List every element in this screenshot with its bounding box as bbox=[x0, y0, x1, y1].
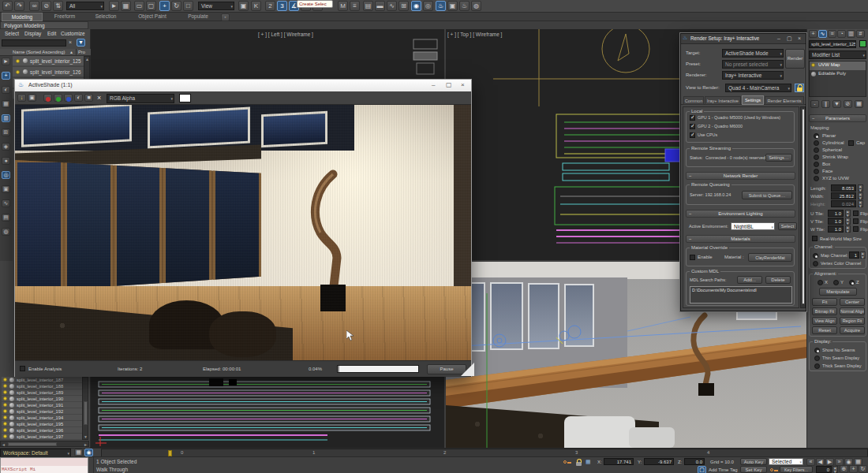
save-image-icon[interactable]: ↓ bbox=[17, 94, 26, 102]
dialog-scrollbar[interactable] bbox=[800, 106, 806, 308]
face-radio[interactable] bbox=[814, 169, 819, 174]
dialog-titlebar[interactable]: ♨ Render Setup: Iray+ Interactive – ▢ × bbox=[681, 34, 806, 44]
go-to-start-icon[interactable]: « bbox=[806, 458, 815, 466]
normal-align-button[interactable]: Normal Align bbox=[840, 307, 865, 315]
list-item[interactable]: split_level_interior_125 bbox=[13, 56, 84, 66]
width-spinner[interactable] bbox=[858, 192, 863, 199]
cap-checkbox[interactable] bbox=[848, 140, 854, 146]
object-color-swatch[interactable] bbox=[859, 40, 866, 47]
strip-dot-icon[interactable]: ● bbox=[2, 157, 10, 165]
tab-common[interactable]: Common bbox=[683, 96, 704, 105]
x-coordinate-field[interactable]: 17.741 bbox=[604, 458, 634, 465]
select-manipulate-icon[interactable]: ▣ bbox=[238, 1, 249, 11]
shrink-wrap-radio[interactable] bbox=[814, 155, 819, 160]
undo-icon[interactable]: ↶ bbox=[2, 1, 13, 11]
maxscript-mini-listener[interactable]: MAXScript Mi bbox=[0, 457, 88, 473]
zoom-icon[interactable]: ⊕ bbox=[840, 465, 848, 473]
center-button[interactable]: Center bbox=[840, 298, 865, 306]
list-item[interactable]: split_level_interior_192 bbox=[2, 408, 82, 415]
snap-2d-icon[interactable]: 2 bbox=[265, 1, 275, 11]
gpu1-checkbox[interactable] bbox=[690, 115, 695, 121]
tab-populate[interactable]: Populate bbox=[178, 13, 218, 19]
align-y-radio[interactable] bbox=[833, 280, 839, 285]
strip-select-icon[interactable]: ► bbox=[2, 58, 10, 65]
select-by-name-icon[interactable]: ▦ bbox=[121, 1, 131, 11]
tab-render-elements[interactable]: Render Elements bbox=[765, 96, 804, 105]
maximize-icon[interactable]: ▢ bbox=[446, 81, 452, 88]
length-field[interactable]: 8.053 bbox=[831, 184, 856, 192]
mdl-delete-button[interactable]: Delete bbox=[765, 276, 791, 284]
height-spinner[interactable] bbox=[858, 200, 863, 207]
hierarchy-tab-icon[interactable]: ≡ bbox=[828, 30, 836, 38]
transform-lock-icon[interactable] bbox=[576, 462, 582, 466]
set-key-icon[interactable] bbox=[770, 468, 773, 471]
xyz-grid-icon[interactable]: ▦ bbox=[586, 459, 591, 465]
xyz-uvw-radio[interactable] bbox=[814, 176, 819, 181]
close-icon[interactable]: × bbox=[461, 81, 465, 88]
cylindrical-radio[interactable] bbox=[814, 140, 819, 146]
previous-frame-icon[interactable]: ◀ bbox=[816, 458, 825, 466]
list-item[interactable]: split_level_interior_126 bbox=[13, 67, 84, 77]
view-to-render-dropdown[interactable]: Quad 4 - MainCamera bbox=[725, 84, 791, 92]
minimize-icon[interactable]: – bbox=[777, 35, 780, 41]
spherical-radio[interactable] bbox=[814, 147, 819, 153]
isolate-selection-icon[interactable]: ▦ bbox=[74, 449, 83, 456]
layer-manager-icon[interactable]: ▤ bbox=[363, 1, 373, 11]
auto-key-button[interactable]: Auto Key bbox=[740, 458, 767, 465]
mdl-add-button[interactable]: Add... bbox=[737, 276, 762, 284]
material-editor-icon[interactable]: ◉ bbox=[411, 1, 421, 11]
select-rotate-icon[interactable]: ↻ bbox=[171, 1, 181, 11]
strip-rows-icon[interactable]: ▥ bbox=[2, 114, 10, 122]
enable-analysis-checkbox[interactable] bbox=[20, 366, 25, 371]
render-production-icon[interactable]: ♨ bbox=[459, 1, 470, 11]
selection-set-dropdown[interactable]: Selected bbox=[769, 458, 803, 465]
mdl-path-listbox[interactable]: D:\Documents\My Documents\mdl bbox=[690, 286, 792, 304]
clay-render-mat-button[interactable]: ClayRenderMat bbox=[748, 253, 792, 262]
column-name-label[interactable]: Name (Sorted Ascending) bbox=[13, 50, 65, 54]
strip-grid-icon[interactable]: ▦ bbox=[2, 100, 10, 108]
current-frame-field[interactable]: 0 bbox=[816, 466, 832, 473]
explorer-menu-select[interactable]: Select bbox=[5, 31, 19, 36]
z-coordinate-field[interactable]: 0.0 bbox=[684, 458, 705, 465]
set-key-button[interactable]: Set Key bbox=[740, 466, 767, 473]
width-field[interactable]: 25.812 bbox=[831, 192, 856, 199]
strip-add-icon[interactable]: + bbox=[2, 72, 10, 80]
y-coordinate-field[interactable]: -9.637 bbox=[644, 458, 674, 465]
window-crossing-icon[interactable]: ▢ bbox=[146, 1, 156, 11]
tab-freeform[interactable]: Freeform bbox=[46, 13, 84, 19]
pan-icon[interactable]: + bbox=[849, 465, 858, 473]
display-tab-icon[interactable]: ▥ bbox=[847, 30, 855, 38]
list-item[interactable]: split_level_interior_191 bbox=[2, 402, 82, 408]
strip-sphere-icon[interactable]: ◐ bbox=[2, 86, 10, 94]
u-flip-checkbox[interactable] bbox=[853, 210, 859, 216]
use-cpus-checkbox[interactable] bbox=[690, 132, 695, 138]
show-no-seams-radio[interactable] bbox=[814, 348, 820, 353]
green-channel-icon[interactable] bbox=[54, 94, 62, 102]
time-slider-handle[interactable] bbox=[168, 450, 172, 456]
curve-editor-icon[interactable]: ∿ bbox=[387, 1, 397, 11]
map-channel-field[interactable]: 1 bbox=[849, 251, 859, 259]
key-icon[interactable] bbox=[563, 460, 567, 464]
w-flip-checkbox[interactable] bbox=[853, 226, 859, 232]
add-time-tag-label[interactable]: Add Time Tag bbox=[709, 467, 738, 472]
scroll-down-icon[interactable]: ▼ bbox=[84, 434, 88, 439]
render-button[interactable]: Render bbox=[785, 49, 805, 69]
list-item[interactable]: split_level_interior_187 bbox=[2, 377, 82, 383]
selection-filter-dropdown[interactable]: All bbox=[66, 2, 104, 10]
renderer-dropdown[interactable]: Iray+ Interactive bbox=[722, 71, 784, 80]
align-x-radio[interactable] bbox=[817, 280, 823, 285]
tab-selection[interactable]: Selection bbox=[85, 13, 126, 19]
play-animation-icon[interactable]: ▶ bbox=[825, 458, 834, 466]
render-iray-icon[interactable]: ◍ bbox=[471, 1, 481, 11]
alpha-channel-icon[interactable]: ■ bbox=[84, 94, 93, 102]
close-icon[interactable]: × bbox=[798, 35, 801, 41]
strip-diamond-icon[interactable]: ◈ bbox=[2, 143, 10, 151]
compact-material-editor-icon[interactable]: ◎ bbox=[423, 1, 433, 11]
select-object-icon[interactable]: ► bbox=[109, 1, 119, 11]
red-channel-icon[interactable] bbox=[43, 94, 52, 102]
scroll-left-icon[interactable]: ◄ bbox=[2, 442, 6, 447]
planar-radio[interactable] bbox=[814, 133, 819, 139]
box-radio[interactable] bbox=[814, 162, 819, 167]
list-item[interactable]: split_level_interior_188 bbox=[2, 383, 82, 389]
environment-lighting-rollout[interactable]: Environment Lighting bbox=[686, 210, 795, 218]
